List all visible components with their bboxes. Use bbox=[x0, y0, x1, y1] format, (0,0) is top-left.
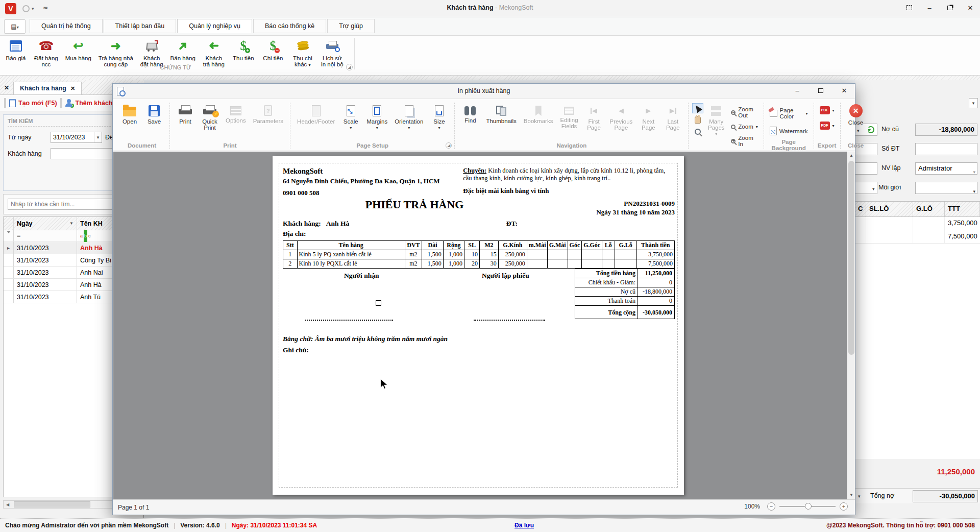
dialog-titlebar[interactable]: In phiếu xuất hàng – ✕ bbox=[113, 84, 855, 99]
zoom-slider-thumb[interactable] bbox=[805, 503, 812, 510]
quick-print-button[interactable]: ⚡ Quick Print bbox=[198, 102, 222, 131]
combo-dropdown-stub[interactable]: ▾ bbox=[969, 98, 978, 108]
maximize-button[interactable] bbox=[944, 3, 955, 13]
scale-button[interactable]: ⤡ Scale▾ bbox=[339, 102, 362, 131]
filter-date-cell[interactable]: = bbox=[14, 230, 77, 241]
grid-column-sl-lo[interactable]: SL.LỖ bbox=[866, 202, 913, 216]
tab-thiet-lap-ban-dau[interactable]: Thiết lập ban đầu bbox=[104, 19, 177, 33]
dialog-close-button[interactable]: ✕ bbox=[839, 86, 850, 96]
from-date-combo[interactable]: ▾ bbox=[51, 132, 102, 143]
open-button[interactable]: Open bbox=[118, 102, 141, 125]
dialog-maximize-button[interactable] bbox=[815, 86, 826, 96]
ribbon-tab-strip: ▤▾ Quản trị hệ thống Thiết lập ban đầu Q… bbox=[0, 17, 980, 36]
scrollbar-thumb[interactable] bbox=[14, 501, 90, 507]
watermark-button[interactable]: Watermark bbox=[768, 126, 810, 136]
scroll-down-icon[interactable]: ▼ bbox=[847, 491, 855, 499]
tab-quan-tri-he-thong[interactable]: Quản trị hệ thống bbox=[30, 19, 103, 33]
preview-surface[interactable]: MekongSoft 64 Nguyễn Đình Chiểu, Phường … bbox=[113, 152, 855, 499]
margins-button[interactable]: Margins▾ bbox=[363, 102, 390, 131]
combo-stub[interactable]: ▾ bbox=[855, 182, 877, 194]
close-button[interactable]: ✕ bbox=[965, 3, 976, 13]
find-binoculars-icon bbox=[464, 106, 476, 115]
fullscreen-button[interactable] bbox=[903, 3, 915, 13]
document-tab-khach-tra-hang[interactable]: Khách trả hàng ✕ bbox=[13, 82, 82, 94]
ribbon-button-lich-su-in-noi-bo[interactable]: Lịch sử in nội bộ bbox=[317, 37, 347, 68]
ribbon-button-thu-tien[interactable]: $+ Thu tiền bbox=[229, 37, 258, 62]
zoom-button[interactable]: Zoom▾ bbox=[729, 123, 760, 131]
ribbon-button-khach-dat-hang[interactable]: Khách đặt hàng bbox=[137, 37, 167, 68]
tab-close-icon[interactable]: ✕ bbox=[70, 85, 75, 92]
scroll-up-icon[interactable]: ▲ bbox=[847, 152, 855, 160]
ribbon-button-tra-hang-ncc[interactable]: ➜ Trả hàng nhà cung cấp bbox=[95, 37, 137, 68]
options-button: Options bbox=[223, 102, 249, 124]
orientation-button[interactable]: Orientation▾ bbox=[391, 102, 426, 131]
close-all-tabs-button[interactable]: ✕ bbox=[0, 81, 13, 94]
application-menu-button[interactable]: ▤▾ bbox=[4, 19, 26, 34]
zoom-in-button[interactable]: Zoom In bbox=[729, 134, 760, 148]
hand-tool-button[interactable] bbox=[692, 115, 703, 125]
dollar-plus-icon: $+ bbox=[240, 39, 247, 53]
page-color-button[interactable]: Page Color▾ bbox=[768, 106, 810, 120]
toolbar-grip[interactable] bbox=[4, 98, 6, 108]
detail-grid-row[interactable]: 3,750,000 bbox=[855, 217, 980, 230]
phone-number-input[interactable] bbox=[915, 143, 977, 155]
phone-icon: ☎ bbox=[38, 40, 54, 52]
pointer-icon bbox=[693, 104, 702, 113]
grid-column-ttt[interactable]: TTT bbox=[945, 202, 980, 216]
saved-status: Đã lưu bbox=[514, 522, 534, 529]
scroll-left-icon[interactable]: ◀ bbox=[4, 502, 12, 507]
ribbon-button-bao-gia[interactable]: Báo giá bbox=[1, 37, 31, 62]
send-pdf-button[interactable]: PDF▾ bbox=[818, 120, 837, 131]
company-name: MekongSoft bbox=[283, 167, 463, 176]
from-date-input[interactable] bbox=[51, 134, 94, 141]
minimize-button[interactable]: – bbox=[924, 3, 935, 13]
zoom-in-footer-button[interactable]: + bbox=[840, 502, 848, 511]
input-stub[interactable] bbox=[855, 162, 877, 175]
magnifier-tool-button[interactable] bbox=[692, 127, 703, 137]
grid-column-date[interactable]: Ngày ▼ bbox=[14, 217, 77, 230]
ribbon-button-mua-hang[interactable]: ↩ Mua hàng bbox=[62, 37, 95, 62]
zoom-out-button[interactable]: Zoom Out bbox=[729, 105, 760, 119]
column-sort-icon[interactable]: ▼ bbox=[69, 217, 74, 230]
zoom-slider[interactable] bbox=[779, 506, 836, 507]
from-date-dropdown-icon[interactable]: ▾ bbox=[94, 132, 102, 142]
ribbon-button-dat-hang-ncc[interactable]: ☎ Đặt hàng ncc bbox=[31, 37, 62, 68]
dialog-minimize-button[interactable]: – bbox=[792, 86, 803, 96]
size-button[interactable]: Size▾ bbox=[427, 102, 451, 131]
previous-page-label: Previous Page bbox=[610, 118, 633, 131]
page-info: Page 1 of 1 bbox=[118, 504, 149, 511]
items-row: 2Kính 10 ly PQXL cắt lẻ m21,500 1,00020 … bbox=[283, 259, 675, 269]
add-customer-button[interactable]: + Thêm khách bbox=[65, 99, 113, 107]
print-button[interactable]: Print bbox=[174, 102, 197, 125]
grid-column-partial[interactable]: C bbox=[855, 202, 866, 216]
staff-combo[interactable]: Admistrator▾ bbox=[915, 162, 977, 175]
broker-combo[interactable]: ▾ bbox=[915, 182, 977, 194]
create-new-button[interactable]: Tạo mới (F5) bbox=[9, 99, 57, 107]
ribbon-button-khach-tra-hang[interactable]: ➜ Khách trả hàng bbox=[199, 37, 229, 68]
save-button[interactable]: Save bbox=[142, 102, 166, 125]
close-preview-button[interactable]: ✕ Close bbox=[844, 102, 868, 126]
toolbar-grip[interactable] bbox=[60, 98, 62, 108]
tab-tro-giup[interactable]: Trợ giúp bbox=[327, 19, 375, 33]
tab-bao-cao-thong-ke[interactable]: Báo cáo thống kê bbox=[253, 19, 326, 33]
dropdown-icon[interactable]: ▾ bbox=[858, 494, 861, 499]
abc-icon: c bbox=[88, 230, 91, 242]
ribbon-button-ban-hang[interactable]: ➜ Bán hàng bbox=[167, 37, 199, 62]
right-arrow-icon: ➜ bbox=[111, 40, 121, 52]
ribbon-button-chi-tien[interactable]: $− Chi tiền bbox=[258, 37, 288, 62]
ribbon-group-collapse-icon[interactable]: ◢ bbox=[346, 64, 353, 70]
grid-column-g-lo[interactable]: G.LỖ bbox=[913, 202, 945, 216]
ribbon-group-caption: CHỨNG TỪ bbox=[0, 64, 351, 70]
page-setup-launcher-icon[interactable]: ◢ bbox=[446, 142, 452, 149]
preview-vertical-scrollbar[interactable]: ▲ ▼ bbox=[847, 152, 855, 499]
tab-quan-ly-nghiep-vu[interactable]: Quản lý nghiệp vụ bbox=[177, 19, 252, 33]
pointer-tool-button[interactable] bbox=[692, 103, 703, 113]
scrollbar-thumb[interactable] bbox=[848, 161, 854, 355]
find-button[interactable]: Find bbox=[458, 102, 482, 124]
detail-grid-row[interactable]: 7,500,000 bbox=[855, 230, 980, 244]
zoom-out-footer-button[interactable]: − bbox=[767, 502, 775, 511]
thumbnails-button[interactable]: Thumbnails bbox=[483, 102, 519, 124]
print-label: Print bbox=[179, 118, 191, 125]
signature-dotted-line bbox=[305, 320, 393, 321]
export-pdf-button[interactable]: PDF▾ bbox=[818, 105, 837, 115]
